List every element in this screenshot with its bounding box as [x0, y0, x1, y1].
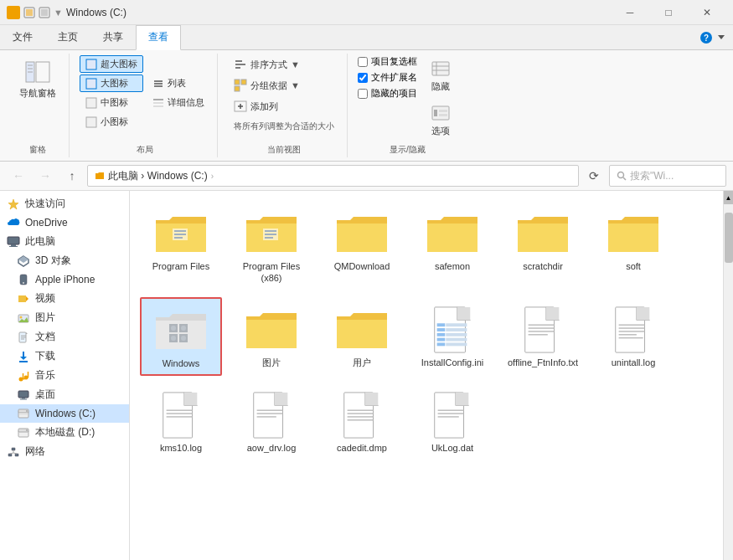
- scroll-thumb[interactable]: [725, 213, 733, 263]
- list-item[interactable]: Windows: [140, 297, 222, 376]
- list-item[interactable]: offline_FtnInfo.txt: [502, 297, 584, 376]
- address-input[interactable]: 此电脑 › Windows (C:) ›: [87, 165, 579, 187]
- list-item[interactable]: unintall.log: [592, 297, 674, 376]
- group-by-btn[interactable]: 分组依据 ▼: [228, 76, 306, 95]
- sidebar-item-pictures[interactable]: 图片: [0, 308, 129, 327]
- svg-rect-118: [546, 307, 559, 320]
- file-extensions-check[interactable]: [358, 73, 368, 83]
- file-extensions-row[interactable]: 文件扩展名: [358, 71, 417, 84]
- item-checkboxes-row[interactable]: 项目复选框: [358, 55, 417, 68]
- list-btn[interactable]: 列表: [147, 74, 210, 92]
- svg-rect-83: [15, 454, 18, 456]
- small-icon-btn[interactable]: 小图标: [80, 113, 143, 131]
- close-button[interactable]: ✕: [688, 0, 726, 25]
- options-btn[interactable]: 选项: [424, 100, 457, 141]
- collapse-ribbon-icon[interactable]: [716, 33, 726, 43]
- medium-icon: [85, 97, 97, 109]
- toolbar-icon2[interactable]: [39, 7, 50, 18]
- file-name: safemon: [435, 260, 470, 272]
- sidebar-item-desktop[interactable]: 桌面: [0, 385, 129, 404]
- tab-home[interactable]: 主页: [45, 25, 90, 49]
- scroll-up-btn[interactable]: ▲: [724, 191, 734, 204]
- list-item[interactable]: soft: [592, 201, 674, 290]
- list-item[interactable]: kms10.log: [140, 383, 222, 460]
- sidebar-item-apple-iphone[interactable]: Apple iPhone: [0, 270, 129, 289]
- svg-rect-30: [241, 80, 246, 85]
- list-item[interactable]: Program Files (x86): [230, 201, 312, 290]
- add-column-btn[interactable]: 添加列: [228, 97, 284, 116]
- item-checkboxes-check[interactable]: [358, 57, 368, 67]
- current-view-content: 排序方式 ▼ 分组依据 ▼: [228, 55, 340, 135]
- options-icon: [431, 103, 451, 123]
- sidebar-item-onedrive[interactable]: OneDrive: [0, 213, 129, 232]
- sidebar-item-music[interactable]: 音乐: [0, 366, 129, 385]
- nav-pane-button[interactable]: 导航窗格: [13, 55, 62, 103]
- list-item[interactable]: safemon: [411, 201, 493, 290]
- search-icon: [617, 171, 627, 181]
- window-controls: ─ □ ✕: [611, 0, 726, 25]
- tab-file[interactable]: 文件: [0, 25, 45, 49]
- svg-rect-110: [437, 332, 446, 336]
- list-item[interactable]: Program Files: [140, 201, 222, 290]
- svg-rect-114: [437, 342, 446, 346]
- refresh-button[interactable]: ⟳: [582, 165, 606, 187]
- ribbon-content: 导航窗格 窗格 超大图标 大图标: [0, 50, 733, 161]
- details-btn[interactable]: 详细信息: [147, 94, 210, 111]
- sidebar-item-documents[interactable]: 文档: [0, 327, 129, 347]
- sidebar-item-downloads[interactable]: 下载: [0, 347, 129, 366]
- refresh-icon: ⟳: [589, 169, 599, 182]
- up-button[interactable]: ↑: [60, 165, 84, 187]
- list-item[interactable]: 用户: [321, 297, 403, 376]
- documents-icon: [17, 331, 30, 344]
- large-icon: [85, 78, 97, 90]
- search-box[interactable]: 搜索"Wi...: [609, 165, 726, 187]
- sort-dropdown: ▼: [291, 59, 300, 69]
- file-area: Program Files Program Files (x86): [130, 191, 723, 560]
- back-button[interactable]: ←: [7, 165, 30, 187]
- svg-rect-17: [86, 79, 96, 89]
- list-item[interactable]: QMDownload: [321, 201, 403, 290]
- large-icon-btn[interactable]: 大图标: [80, 74, 143, 92]
- svg-rect-48: [9, 246, 18, 247]
- toolbar-icon1[interactable]: [23, 7, 35, 18]
- list-item[interactable]: 图片: [230, 297, 312, 376]
- svg-point-99: [171, 326, 176, 331]
- list-item[interactable]: aow_drv.log: [230, 383, 312, 460]
- svg-marker-64: [20, 357, 27, 360]
- folder-icon: [245, 303, 298, 357]
- sidebar-item-videos[interactable]: 视频: [0, 289, 129, 308]
- cloud-icon: [7, 216, 20, 229]
- forward-button[interactable]: →: [34, 165, 57, 187]
- medium-icon-btn[interactable]: 中图标: [80, 94, 143, 111]
- sort-by-btn[interactable]: 排序方式 ▼: [228, 55, 306, 74]
- sidebar-item-local-disk-d[interactable]: 本地磁盘 (D:): [0, 423, 129, 442]
- sidebar-item-network[interactable]: 网络: [0, 442, 129, 461]
- sidebar-item-3d-objects[interactable]: 3D 对象: [0, 251, 129, 270]
- fit-columns-btn[interactable]: 将所有列调整为合适的大小: [228, 118, 340, 135]
- tab-view[interactable]: 查看: [136, 25, 181, 50]
- svg-rect-81: [12, 448, 15, 450]
- hidden-items-check[interactable]: [358, 89, 368, 99]
- scrollbar[interactable]: ▲ ▼: [723, 191, 733, 560]
- list-item[interactable]: cadedit.dmp: [321, 383, 403, 460]
- show-hide-label: 显示/隐藏: [390, 142, 426, 156]
- svg-rect-89: [174, 234, 186, 235]
- tab-share[interactable]: 共享: [90, 25, 136, 49]
- list-item[interactable]: InstallConfig.ini: [411, 297, 493, 376]
- hidden-items-row[interactable]: 隐藏的项目: [358, 87, 417, 100]
- sidebar-item-quick-access[interactable]: 快速访问: [0, 194, 129, 213]
- svg-text:?: ?: [704, 33, 709, 43]
- sidebar-item-windows-c[interactable]: Windows (C:): [0, 404, 129, 423]
- svg-rect-31: [235, 86, 240, 91]
- list-item[interactable]: UkLog.dat: [411, 383, 493, 460]
- hide-btn[interactable]: 隐藏: [424, 55, 457, 96]
- svg-rect-53: [18, 295, 26, 302]
- maximize-button[interactable]: □: [649, 0, 688, 25]
- list-item[interactable]: scratchdir: [502, 201, 584, 290]
- svg-rect-72: [22, 398, 25, 399]
- super-large-btn[interactable]: 超大图标: [80, 55, 143, 73]
- help-icon[interactable]: ?: [699, 31, 713, 44]
- minimize-button[interactable]: ─: [611, 0, 649, 25]
- svg-rect-109: [446, 328, 467, 331]
- sidebar-item-this-pc[interactable]: 此电脑: [0, 232, 129, 251]
